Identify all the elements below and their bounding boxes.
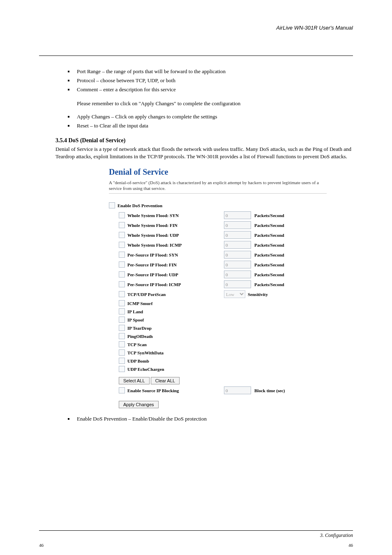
packets-unit: Packets/Second — [254, 233, 284, 238]
page-number-right: 46 — [348, 543, 353, 548]
portscan-label: TCP/UDP PortScan — [127, 292, 224, 297]
simple-label: UDP EchoChargen — [127, 367, 331, 372]
checkbox[interactable] — [119, 222, 125, 228]
checkbox[interactable] — [119, 300, 125, 306]
packets-input[interactable] — [224, 261, 251, 268]
checkbox[interactable] — [119, 252, 125, 258]
simple-row: UDP EchoChargen — [109, 365, 331, 373]
checkbox[interactable] — [119, 212, 125, 218]
page-description: A "denial-of-service" (DoS) attack is ch… — [109, 180, 327, 194]
simple-row: IP Land — [109, 308, 331, 315]
header-rule — [39, 56, 353, 56]
flood-row: Per-Source IP Flood: SYNPackets/Second — [109, 250, 331, 259]
flood-label: Per-Source IP Flood: SYN — [127, 252, 224, 257]
packets-input[interactable] — [224, 211, 251, 219]
footer: 3. Configuration — [39, 530, 353, 539]
checkbox[interactable] — [119, 242, 125, 248]
select-clear-row: Select ALL Clear ALL — [119, 377, 331, 384]
page-numbers: 46 46 — [0, 543, 392, 548]
flood-label: Whole System Flood: UDP — [127, 233, 224, 238]
sensitivity-unit: Sensitivity — [248, 292, 268, 297]
checkbox[interactable] — [119, 308, 125, 314]
packets-input[interactable] — [224, 221, 251, 229]
simple-label: TCP Scan — [127, 342, 331, 347]
flood-label: Per-Source IP Flood: UDP — [127, 272, 224, 277]
footer-section: 3. Configuration — [320, 532, 353, 539]
packets-input[interactable] — [224, 280, 251, 288]
simple-label: UDP Bomb — [127, 358, 331, 363]
simple-row: IP TearDrop — [109, 324, 331, 332]
enable-dos-row: Enable DoS Prevention — [109, 201, 331, 210]
portscan-row: TCP/UDP PortScan Low Sensitivity — [109, 290, 331, 299]
list-item: Reset – to Clear all the input data — [68, 123, 353, 129]
list-item: Comment – enter a description for this s… — [68, 86, 353, 93]
simple-row: IP Spoof — [109, 316, 331, 324]
packets-input[interactable] — [224, 231, 251, 239]
section-text-dos: Denial of Service is a type of network a… — [55, 146, 353, 160]
simple-label: IP Spoof — [127, 317, 331, 322]
simple-label: PingOfDeath — [127, 334, 331, 339]
source-ip-block-row: Enable Source IP Blocking Block time (se… — [109, 386, 331, 395]
section-heading-dos: 3.5.4 DoS (Denial of Service) — [55, 137, 353, 144]
bullet-list-1: Port Range – the range of ports that wil… — [68, 68, 353, 93]
checkbox[interactable] — [119, 232, 125, 238]
flood-row: Whole System Flood: FINPackets/Second — [109, 221, 331, 230]
checkbox[interactable] — [119, 387, 125, 393]
list-item: Apply Changes – Click on apply changes t… — [68, 113, 353, 120]
sensitivity-select[interactable]: Low — [224, 290, 245, 298]
flood-row: Per-Source IP Flood: FINPackets/Second — [109, 260, 331, 269]
checkbox[interactable] — [119, 366, 125, 372]
page-title: Denial of Service — [109, 167, 331, 177]
flood-row: Whole System Flood: ICMPPackets/Second — [109, 240, 331, 250]
clear-all-button[interactable]: Clear ALL — [151, 377, 180, 384]
packets-unit: Packets/Second — [254, 213, 284, 218]
list-item: Protocol – choose between TCP, UDP, or b… — [68, 77, 353, 84]
list-item: Port Range – the range of ports that wil… — [68, 68, 353, 75]
sub-note: Please remember to click on "Apply Chang… — [77, 100, 353, 107]
flood-row: Per-Source IP Flood: ICMPPackets/Second — [109, 280, 331, 289]
checkbox[interactable] — [119, 349, 125, 356]
packets-unit: Packets/Second — [254, 252, 284, 257]
flood-label: Whole System Flood: ICMP — [127, 243, 224, 247]
checkbox[interactable] — [119, 271, 125, 278]
header-manual-title: AirLive WN-301R User's Manual — [39, 25, 353, 31]
enable-dos-label: Enable DoS Prevention — [118, 203, 331, 208]
simple-row: TCP Scan — [109, 341, 331, 348]
dos-screenshot-panel: Denial of Service A "denial-of-service" … — [109, 167, 331, 408]
block-time-unit: Block time (sec) — [254, 388, 285, 393]
checkbox[interactable] — [119, 333, 125, 339]
block-time-input[interactable] — [224, 386, 251, 394]
simple-label: IP Land — [127, 309, 331, 314]
bullet-list-3: Enable DoS Prevention – Enable/Disable t… — [68, 416, 353, 422]
simple-label: ICMP Smurf — [127, 301, 331, 306]
simple-row: UDP Bomb — [109, 357, 331, 365]
packets-input[interactable] — [224, 241, 251, 249]
simple-label: TCP SynWithData — [127, 350, 331, 355]
checkbox[interactable] — [119, 325, 125, 331]
flood-row: Per-Source IP Flood: UDPPackets/Second — [109, 270, 331, 279]
simple-row: PingOfDeath — [109, 333, 331, 340]
apply-row: Apply Changes — [119, 401, 331, 408]
packets-input[interactable] — [224, 251, 251, 259]
packets-input[interactable] — [224, 271, 251, 278]
flood-label: Whole System Flood: FIN — [127, 223, 224, 228]
apply-changes-button[interactable]: Apply Changes — [119, 401, 159, 408]
simple-row: TCP SynWithData — [109, 349, 331, 356]
checkbox[interactable] — [119, 317, 125, 323]
packets-unit: Packets/Second — [254, 282, 284, 287]
flood-label: Per-Source IP Flood: FIN — [127, 262, 224, 267]
checkbox[interactable] — [119, 341, 125, 347]
simple-label: IP TearDrop — [127, 326, 331, 331]
page-number-left: 46 — [39, 543, 44, 548]
checkbox[interactable] — [119, 281, 125, 287]
packets-unit: Packets/Second — [254, 262, 284, 267]
select-all-button[interactable]: Select ALL — [119, 377, 150, 384]
packets-unit: Packets/Second — [254, 243, 284, 247]
checkbox[interactable] — [119, 358, 125, 364]
checkbox[interactable] — [119, 261, 125, 268]
checkbox[interactable] — [119, 291, 125, 297]
packets-unit: Packets/Second — [254, 223, 284, 228]
checkbox[interactable] — [109, 202, 115, 208]
bullet-list-2: Apply Changes – Click on apply changes t… — [68, 113, 353, 129]
list-item: Enable DoS Prevention – Enable/Disable t… — [68, 416, 353, 422]
